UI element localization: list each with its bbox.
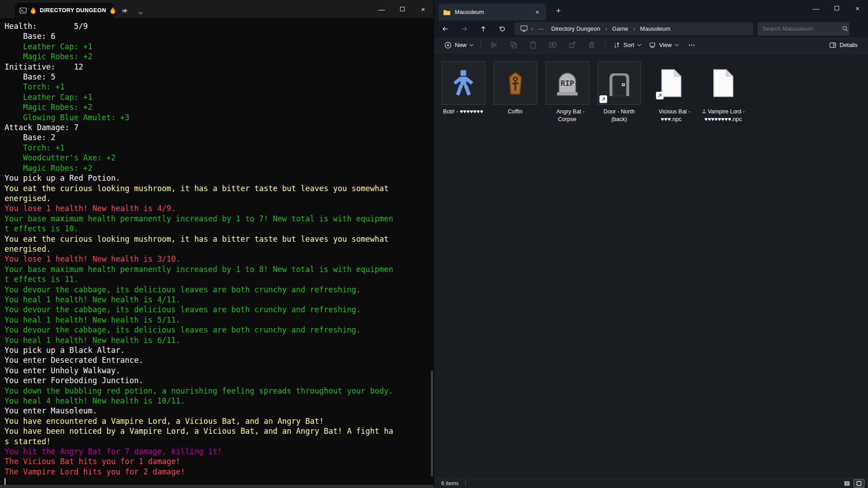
cut-button[interactable] [485, 39, 504, 51]
new-button[interactable]: New [440, 39, 477, 51]
folder-icon [443, 9, 451, 15]
sort-button[interactable]: Sort [609, 39, 645, 51]
sort-button-label: Sort [623, 42, 634, 48]
terminal-line: You devour the cabbage, its delicious le… [5, 285, 434, 295]
terminal-tab[interactable]: DIRECTORY DUNGEON × [15, 3, 113, 18]
terminal-output[interactable]: Health: 5/9 Base: 6 Leather Cap: +1 Magi… [0, 18, 434, 487]
details-pane-button[interactable]: Details [825, 39, 862, 51]
terminal-line: Base: 5 [5, 72, 434, 82]
terminal-line: Torch: +1 [5, 143, 434, 153]
pixel-tombstone-icon: RIP [554, 70, 581, 97]
file-label: Angry Bat - Corpse [545, 108, 589, 123]
explorer-file-area[interactable]: Bob! - ♥♥♥♥♥♥♥ Coffin [434, 53, 868, 478]
explorer-close-button[interactable]: × [847, 0, 868, 16]
search-input[interactable] [762, 25, 842, 32]
see-more-button[interactable] [682, 39, 701, 51]
terminal-line: Attack Damage: 7 [5, 122, 434, 132]
breadcrumb-item-mausoleum[interactable]: Mausoleum [637, 24, 673, 33]
terminal-scrollbar[interactable] [431, 371, 433, 477]
chevron-down-icon [675, 43, 678, 46]
explorer-tab-title: Mausoleum [455, 9, 484, 15]
this-pc-icon[interactable] [519, 24, 529, 33]
terminal-line: You heal 1 health! New health is 4/11. [5, 295, 434, 305]
refresh-button[interactable] [495, 23, 510, 35]
up-button[interactable] [476, 23, 491, 35]
rename-button[interactable] [543, 39, 562, 51]
breadcrumb-chevron-icon: › [605, 25, 608, 32]
toolbar-divider [481, 41, 481, 50]
terminal-line: Leather Cap: +1 [5, 92, 434, 102]
file-label: Coffin [508, 108, 522, 116]
file-vicious-bat-npc[interactable]: Vicious Bat - ♥♥♥.npc [649, 61, 693, 123]
terminal-close-button[interactable]: × [413, 0, 434, 18]
terminal-line: You pick up a Black Altar. [5, 345, 434, 355]
clipboard-icon [529, 41, 537, 49]
explorer-new-tab-button[interactable]: + [552, 5, 565, 17]
terminal-new-tab-button[interactable]: + [120, 6, 132, 18]
copy-icon [510, 41, 518, 49]
terminal-line: You pick up a Red Potion. [5, 173, 434, 183]
large-icons-view-toggle[interactable] [854, 479, 864, 488]
pixel-person-icon [449, 69, 477, 97]
explorer-minimize-button[interactable]: — [806, 0, 826, 16]
share-icon [568, 41, 576, 49]
terminal-caption-buttons: — × [371, 0, 434, 18]
terminal-line: You lose 1 health! New health is 3/10. [5, 254, 434, 264]
terminal-titlebar: DIRECTORY DUNGEON × + — × [0, 0, 434, 18]
terminal-line: You devour the cabbage, its delicious le… [5, 325, 434, 335]
breadcrumb-item-game[interactable]: Game [609, 24, 631, 33]
terminal-line: The Vicious Bat hits you for 1 damage! [5, 456, 434, 466]
plus-circle-icon [444, 42, 452, 49]
explorer-caption-buttons: — × [806, 0, 868, 16]
paste-button[interactable] [524, 39, 543, 51]
back-button[interactable] [438, 23, 453, 35]
copy-button[interactable] [504, 39, 524, 51]
terminal-line: energised. [5, 244, 434, 254]
delete-button[interactable] [582, 39, 601, 51]
terminal-line: Your base maximum health permanently inc… [5, 264, 434, 274]
breadcrumb-item-directory-dungeon[interactable]: Directory Dungeon [548, 24, 603, 33]
terminal-window: DIRECTORY DUNGEON × + — × Health: 5/9 Ba… [0, 0, 434, 488]
fire-emoji-icon [30, 7, 36, 14]
explorer-tab[interactable]: Mausoleum × [439, 4, 546, 20]
file-coffin[interactable]: Coffin [493, 61, 537, 116]
chevron-down-icon [139, 11, 142, 14]
terminal-minimize-button[interactable]: — [371, 0, 392, 18]
terminal-line: Glowing Blue Amulet: +3 [5, 113, 434, 122]
terminal-line: You have encountered a Vampire Lord, a V… [5, 416, 434, 426]
terminal-line: Torch: +1 [5, 82, 434, 92]
view-button[interactable]: View [645, 39, 682, 51]
terminal-line: You down the bubbling red potion, a nour… [5, 386, 434, 396]
breadcrumb-chevron-icon: › [632, 25, 635, 32]
search-box[interactable] [758, 22, 849, 35]
pixel-coffin-icon [502, 70, 528, 96]
explorer-tab-close-icon[interactable]: × [533, 8, 542, 16]
vampire-icon [702, 109, 707, 114]
trash-icon [588, 41, 595, 49]
explorer-titlebar: Mausoleum × + — × [434, 0, 868, 37]
breadcrumb-ellipsis[interactable]: ··· [535, 24, 547, 33]
file-door-north[interactable]: Door - North (back) [597, 61, 641, 123]
terminal-line: Base: 2 [5, 132, 434, 142]
file-label: Vicious Bat - ♥♥♥.npc [649, 108, 693, 123]
search-icon [842, 25, 849, 32]
terminal-line: You enter Foreboding Junction. [5, 375, 434, 385]
chevron-down-icon [470, 43, 473, 46]
file-angry-bat-corpse[interactable]: RIP Angry Bat - Corpse [545, 61, 589, 123]
terminal-line: You lose 1 health! New health is 4/9. [5, 203, 434, 213]
terminal-line: Leather Cap: +1 [5, 42, 434, 52]
file-vampire-lord-npc[interactable]: Vampire Lord - ♥♥♥♥♥♥♥♥.npc [701, 61, 745, 123]
terminal-line: The Vampire Lord hits you for 2 damage! [5, 467, 434, 477]
terminal-tab-dropdown-button[interactable] [134, 11, 146, 18]
terminal-maximize-button[interactable] [392, 0, 413, 18]
share-button[interactable] [562, 39, 582, 51]
terminal-line: energised. [5, 193, 434, 203]
terminal-line: You eat the curious looking mushroom, it… [5, 234, 434, 244]
terminal-line: t effects is 11. [5, 274, 434, 284]
details-view-toggle[interactable] [841, 479, 852, 488]
terminal-bottom-edge [0, 485, 434, 488]
svg-text:RIP: RIP [561, 79, 574, 88]
forward-button[interactable] [457, 23, 472, 35]
file-bob[interactable]: Bob! - ♥♥♥♥♥♥♥ [441, 61, 485, 116]
explorer-maximize-button[interactable] [826, 0, 847, 16]
